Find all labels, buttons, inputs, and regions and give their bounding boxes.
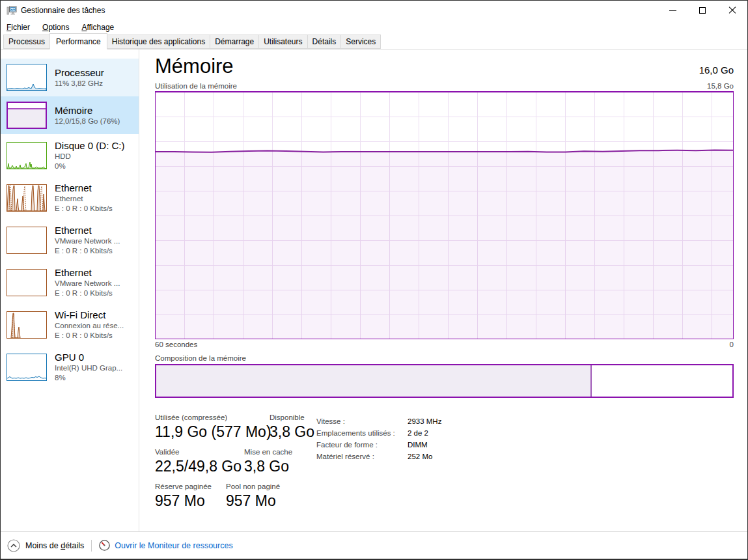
close-icon xyxy=(728,7,736,14)
time-axis-left: 60 secondes xyxy=(155,341,197,348)
memory-panel: Mémoire 16,0 Go Utilisation de la mémoir… xyxy=(139,49,747,531)
footer-bar: Moins de détails Ouvrir le Moniteur de r… xyxy=(1,531,747,559)
open-resource-monitor-link[interactable]: Ouvrir le Moniteur de ressources xyxy=(99,540,232,551)
stat-cached: Mise en cache 3,8 Go xyxy=(244,448,292,475)
sidebar-disk-stats: 0% xyxy=(55,161,125,171)
stat-committed: Validée 22,5/49,8 Go xyxy=(155,448,244,475)
sidebar-gpu-name: Intel(R) UHD Grap... xyxy=(55,363,122,373)
resource-monitor-label: Ouvrir le Moniteur de ressources xyxy=(115,541,232,550)
stat-used: Utilisée (compressée) 11,9 Go (577 Mo) xyxy=(155,413,270,441)
maximize-icon xyxy=(699,7,706,14)
detail-form-factor: Facteur de forme : DIMM xyxy=(316,439,441,451)
usage-graph-max: 15,8 Go xyxy=(707,82,734,90)
cpu-mini-chart xyxy=(7,64,47,91)
performance-sidebar: Processeur 11% 3,82 GHz Mémoire 12,0/15,… xyxy=(1,49,139,531)
usage-graph-caption: Utilisation de la mémoire xyxy=(155,82,237,90)
menu-options[interactable]: Options xyxy=(42,23,69,32)
sidebar-cpu-title: Processeur xyxy=(55,66,104,79)
total-memory-value: 16,0 Go xyxy=(699,64,734,78)
sidebar-disk-title: Disque 0 (D: C:) xyxy=(55,139,125,152)
sidebar-wifi-stats: E : 0 R : 0 Kbits/s xyxy=(55,331,124,341)
sidebar-ethernet1-title: Ethernet xyxy=(55,182,113,194)
time-axis-right: 0 xyxy=(730,341,734,348)
sidebar-item-ethernet-3[interactable]: Ethernet VMware Network ... E : 0 R : 0 … xyxy=(1,261,139,303)
sidebar-memory-title: Mémoire xyxy=(55,104,120,117)
sidebar-memory-stats: 12,0/15,8 Go (76%) xyxy=(55,117,120,126)
sidebar-ethernet2-title: Ethernet xyxy=(55,224,120,236)
tab-bar: Processus Performance Historique des app… xyxy=(1,35,747,49)
composition-caption: Composition de la mémoire xyxy=(155,354,734,362)
less-details-label: Moins de détails xyxy=(25,541,84,550)
app-icon xyxy=(7,5,17,16)
sidebar-ethernet3-stats: E : 0 R : 0 Kbits/s xyxy=(55,288,120,298)
tab-performance[interactable]: Performance xyxy=(49,33,107,49)
sidebar-ethernet3-name: VMware Network ... xyxy=(55,279,120,288)
window-title: Gestionnaire des tâches xyxy=(21,6,105,15)
sidebar-gpu-stats: 8% xyxy=(55,373,122,383)
sidebar-ethernet1-stats: E : 0 R : 0 Kbits/s xyxy=(55,204,113,214)
ethernet3-mini-chart xyxy=(7,269,47,296)
tab-processus[interactable]: Processus xyxy=(3,35,50,49)
sidebar-item-ethernet-2[interactable]: Ethernet VMware Network ... E : 0 R : 0 … xyxy=(1,219,139,261)
menu-fichier[interactable]: Fichier xyxy=(7,23,30,32)
ethernet2-mini-chart xyxy=(7,227,47,254)
maximize-button[interactable] xyxy=(687,1,717,20)
disk-mini-chart xyxy=(7,142,47,169)
sidebar-item-gpu[interactable]: GPU 0 Intel(R) UHD Grap... 8% xyxy=(1,346,139,388)
stat-nonpaged-pool: Pool non paginé 957 Mo xyxy=(226,483,280,510)
performance-content: Processeur 11% 3,82 GHz Mémoire 12,0/15,… xyxy=(1,49,747,531)
sidebar-gpu-title: GPU 0 xyxy=(55,351,122,363)
menu-affichage[interactable]: Affichage xyxy=(81,23,114,32)
memory-composition-bar[interactable] xyxy=(155,364,734,398)
window-controls xyxy=(658,1,747,20)
minimize-icon xyxy=(669,10,676,11)
detail-slots: Emplacements utilisés : 2 de 2 xyxy=(316,427,441,439)
memory-usage-graph[interactable] xyxy=(155,91,734,339)
sidebar-item-cpu[interactable]: Processeur 11% 3,82 GHz xyxy=(1,59,139,96)
sidebar-item-memory[interactable]: Mémoire 12,0/15,8 Go (76%) xyxy=(1,96,139,134)
stat-available: Disponible 3,8 Go xyxy=(270,413,314,441)
memory-mini-chart xyxy=(7,102,47,129)
sidebar-wifi-name: Connexion au rése... xyxy=(55,321,124,331)
chevron-up-circle-icon xyxy=(7,539,20,552)
footer-separator xyxy=(91,540,92,552)
ethernet1-mini-chart xyxy=(7,184,47,212)
detail-hardware-reserved: Matériel réservé : 252 Mo xyxy=(316,451,441,462)
menu-bar: Fichier Options Affichage xyxy=(1,20,747,35)
task-manager-window: Gestionnaire des tâches Fichier Options … xyxy=(0,0,748,560)
memory-usage-line xyxy=(156,92,733,339)
gpu-mini-chart xyxy=(7,354,47,381)
sidebar-wifi-title: Wi-Fi Direct xyxy=(55,309,124,321)
page-title: Mémoire xyxy=(155,55,234,78)
tab-services[interactable]: Services xyxy=(340,35,381,49)
sidebar-item-ethernet-1[interactable]: Ethernet Ethernet E : 0 R : 0 Kbits/s xyxy=(1,176,139,219)
tab-details[interactable]: Détails xyxy=(307,35,342,49)
memory-hardware-details: Vitesse : 2933 MHz Emplacements utilisés… xyxy=(316,413,441,517)
composition-in-use-segment xyxy=(156,365,592,397)
wifi-mini-chart xyxy=(7,311,47,339)
sidebar-ethernet1-name: Ethernet xyxy=(55,194,113,204)
less-details-button[interactable]: Moins de détails xyxy=(7,539,84,552)
sidebar-ethernet3-title: Ethernet xyxy=(55,266,120,279)
memory-stats: Utilisée (compressée) 11,9 Go (577 Mo) D… xyxy=(155,413,734,517)
stat-paged-pool: Réserve paginée 957 Mo xyxy=(155,483,226,510)
tab-demarrage[interactable]: Démarrage xyxy=(210,35,259,49)
tab-historique[interactable]: Historique des applications xyxy=(107,35,210,49)
sidebar-item-disk[interactable]: Disque 0 (D: C:) HDD 0% xyxy=(1,134,139,176)
sidebar-disk-type: HDD xyxy=(55,152,125,161)
close-button[interactable] xyxy=(717,1,747,20)
tab-utilisateurs[interactable]: Utilisateurs xyxy=(258,35,307,49)
sidebar-ethernet2-name: VMware Network ... xyxy=(55,236,120,246)
title-bar: Gestionnaire des tâches xyxy=(1,1,747,20)
minimize-button[interactable] xyxy=(658,1,687,20)
sidebar-ethernet2-stats: E : 0 R : 0 Kbits/s xyxy=(55,246,120,256)
sidebar-cpu-stats: 11% 3,82 GHz xyxy=(55,79,104,89)
detail-speed: Vitesse : 2933 MHz xyxy=(316,415,441,427)
sidebar-item-wifi-direct[interactable]: Wi-Fi Direct Connexion au rése... E : 0 … xyxy=(1,303,139,346)
resource-monitor-icon xyxy=(99,540,110,551)
